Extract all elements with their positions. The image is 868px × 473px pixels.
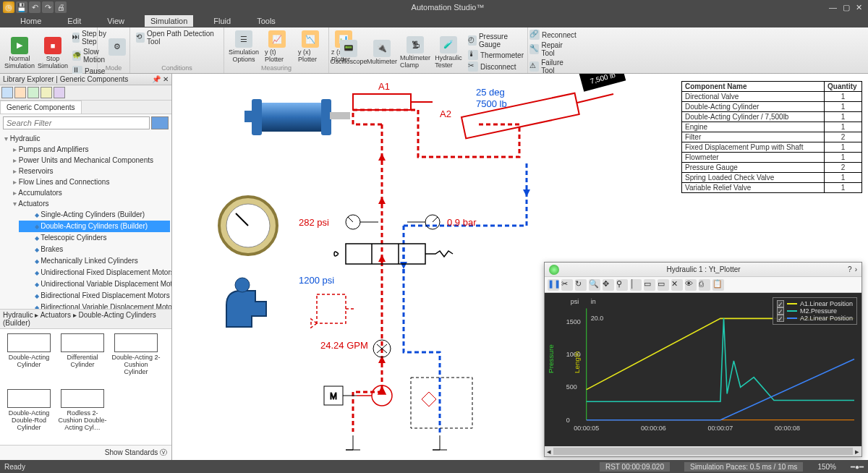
expand-icon[interactable]: › bbox=[855, 265, 857, 273]
schematic-canvas[interactable]: LOAD7,500 lb M A1 A2 25 bbox=[172, 74, 868, 460]
help-icon[interactable]: ? bbox=[848, 265, 852, 273]
close-icon[interactable]: ✕ bbox=[856, 3, 862, 12]
tree-node[interactable]: Actuators bbox=[10, 198, 170, 209]
chevron-up-icon[interactable]: ⓥ bbox=[160, 448, 167, 456]
component-palette[interactable]: Double-Acting CylinderDifferential Cylin… bbox=[0, 329, 171, 445]
tree-node[interactable]: Reservoirs bbox=[10, 166, 170, 176]
oscilloscope-button[interactable]: 📟Oscilloscope bbox=[333, 38, 364, 67]
yx-plotter-button[interactable]: 📉y (x) Plotter bbox=[295, 29, 326, 64]
tb-icon[interactable] bbox=[27, 87, 39, 98]
repair-button[interactable]: 🔧Repair Tool bbox=[528, 41, 578, 58]
table-row: Double-Acting Cylinder / 7,500lb1 bbox=[682, 112, 862, 122]
tool-icon[interactable]: ↻ bbox=[575, 279, 587, 291]
tool-icon[interactable]: │ bbox=[630, 279, 642, 291]
tab-simulation[interactable]: Simulation bbox=[145, 15, 193, 27]
hydraulic-tester-button[interactable]: 🧪Hydraulic Tester bbox=[433, 35, 464, 70]
stop-sim-button[interactable]: ■Stop Simulation bbox=[38, 35, 68, 71]
tb-icon[interactable] bbox=[14, 87, 26, 98]
tb-icon[interactable] bbox=[54, 87, 65, 98]
thermometer-button[interactable]: 🌡Thermometer bbox=[467, 49, 525, 61]
plotter-window[interactable]: Hydraulic 1 : Yt_Plotter ? › ❚❚ ✂↻ 🔍✥ ⚲│… bbox=[544, 262, 862, 457]
tree-leaf[interactable]: Double-Acting Cylinders (Builder) bbox=[19, 221, 170, 232]
multimeter-button[interactable]: 🔌Multimeter bbox=[367, 38, 397, 67]
search-options-button[interactable] bbox=[151, 116, 169, 129]
search-input[interactable] bbox=[3, 116, 150, 129]
tb-icon[interactable] bbox=[1, 87, 13, 98]
svg-text:0.9 bar: 0.9 bar bbox=[447, 217, 477, 228]
palette-item[interactable]: Double-Acting Cylinder bbox=[4, 333, 54, 385]
svg-text:psi: psi bbox=[571, 298, 579, 305]
tab-edit[interactable]: Edit bbox=[61, 15, 87, 27]
palette-item[interactable]: Double-Acting 2-Cushion Cylinder bbox=[111, 333, 161, 385]
tree-node[interactable]: Pumps and Amplifiers bbox=[10, 144, 170, 155]
svg-text:20.0: 20.0 bbox=[591, 315, 603, 322]
tab-view[interactable]: View bbox=[101, 15, 130, 27]
tree-leaf[interactable]: Single-Acting Cylinders (Builder) bbox=[19, 209, 170, 221]
qat-redo-icon[interactable]: ↷ bbox=[42, 1, 54, 13]
qat-save-icon[interactable]: 💾 bbox=[16, 1, 27, 13]
disconnect-button[interactable]: ✂Disconnect bbox=[467, 61, 525, 72]
normal-sim-button[interactable]: ▶Normal Simulation bbox=[4, 35, 35, 71]
zoom-slider[interactable]: ━●━ bbox=[851, 463, 864, 471]
tree-node[interactable]: Accumulators bbox=[10, 187, 170, 198]
panel-title: Library Explorer | Generic Components bbox=[3, 75, 128, 83]
tree-leaf[interactable]: Unidirectional Variable Displacement Mot… bbox=[19, 278, 170, 290]
table-row: Directional Valve1 bbox=[682, 92, 862, 102]
group-label-mode: Mode bbox=[102, 64, 125, 72]
tab-fluid[interactable]: Fluid bbox=[208, 15, 237, 27]
mode-buttons[interactable]: ⚙ bbox=[102, 37, 132, 57]
yt-plotter-button[interactable]: 📈y (t) Plotter bbox=[262, 29, 292, 64]
tool-icon[interactable]: ⚲ bbox=[616, 279, 628, 291]
maximize-icon[interactable]: ▢ bbox=[843, 3, 850, 12]
tree-leaf[interactable]: Bidirectional Variable Displacement Moto… bbox=[19, 302, 170, 309]
plot-legend: ✓ A1.Linear Position✓ M2.Pressure✓ A2.Li… bbox=[773, 297, 857, 325]
scroll-left-icon[interactable]: ◂ bbox=[545, 447, 553, 456]
pressure-gauge-button[interactable]: ◴Pressure Gauge bbox=[467, 32, 525, 49]
tb-icon[interactable] bbox=[41, 87, 52, 98]
chart-icon: 📈 bbox=[268, 30, 286, 48]
tree-node[interactable]: Hydraulic bbox=[1, 133, 170, 144]
pin-icon[interactable]: 📌 ✕ bbox=[152, 75, 169, 83]
tool-icon[interactable]: ▭ bbox=[644, 279, 655, 291]
tool-icon[interactable]: ⎙ bbox=[699, 279, 710, 291]
palette-item[interactable]: Double-Acting Double-Rod Cylinder bbox=[4, 389, 54, 440]
palette-item[interactable]: Differential Cylinder bbox=[58, 333, 107, 385]
tree-node[interactable]: Power Units and Mechanical Components bbox=[10, 155, 170, 166]
failure-button[interactable]: ⚠Failure Tool bbox=[528, 58, 578, 75]
svg-text:25 deg: 25 deg bbox=[476, 87, 505, 98]
tree-leaf[interactable]: Telescopic Cylinders bbox=[19, 232, 170, 244]
pause-icon[interactable]: ❚❚ bbox=[548, 279, 559, 291]
table-row: Filter2 bbox=[682, 132, 862, 142]
stop-icon: ■ bbox=[44, 37, 61, 54]
open-path-button[interactable]: ⟲Open Path Detection Tool bbox=[135, 29, 219, 46]
tree-leaf[interactable]: Bidirectional Fixed Displacement Motors bbox=[19, 290, 170, 302]
tree-leaf[interactable]: Mechanically Linked Cylinders bbox=[19, 255, 170, 267]
tool-icon[interactable]: ✂ bbox=[561, 279, 573, 291]
tool-icon[interactable]: ✥ bbox=[603, 279, 614, 291]
palette-item[interactable]: Rodless 2-Cushion Double-Acting Cyl… bbox=[58, 389, 107, 440]
tool-icon[interactable]: 🔍 bbox=[589, 279, 600, 291]
scroll-right-icon[interactable]: ▸ bbox=[853, 447, 861, 456]
scope-icon: 📟 bbox=[340, 40, 357, 57]
reconnect-button[interactable]: 🔗Reconnect bbox=[528, 29, 578, 41]
tool-icon[interactable]: ✕ bbox=[671, 279, 683, 291]
panel-tab[interactable]: Generic Components bbox=[0, 101, 82, 114]
tab-tools[interactable]: Tools bbox=[251, 15, 281, 27]
qat-print-icon[interactable]: 🖨 bbox=[55, 1, 67, 13]
status-rst: RST 00:00:09.020 bbox=[600, 462, 670, 472]
component-tree[interactable]: HydraulicPumps and AmplifiersPower Units… bbox=[0, 132, 171, 309]
minimize-icon[interactable]: — bbox=[829, 3, 837, 12]
plot-area[interactable]: 050010001500PressureLengthpsiin20.000:00… bbox=[545, 293, 861, 446]
tool-icon[interactable]: ▭ bbox=[658, 279, 669, 291]
svg-text:0: 0 bbox=[566, 417, 570, 424]
tree-node[interactable]: Flow Lines and Connections bbox=[10, 176, 170, 187]
tree-leaf[interactable]: Unidirectional Fixed Displacement Motors bbox=[19, 267, 170, 278]
qat-undo-icon[interactable]: ↶ bbox=[29, 1, 41, 13]
tree-leaf[interactable]: Brakes bbox=[19, 244, 170, 255]
tool-icon[interactable]: 📋 bbox=[712, 279, 724, 291]
show-standards-button[interactable]: Show Standards bbox=[105, 448, 158, 456]
sim-options-button[interactable]: ☰Simulation Options bbox=[229, 29, 259, 64]
tab-home[interactable]: Home bbox=[14, 15, 47, 27]
multimeter-clamp-button[interactable]: 🗜Multimeter Clamp bbox=[400, 35, 430, 70]
tool-icon[interactable]: 👁 bbox=[685, 279, 697, 291]
